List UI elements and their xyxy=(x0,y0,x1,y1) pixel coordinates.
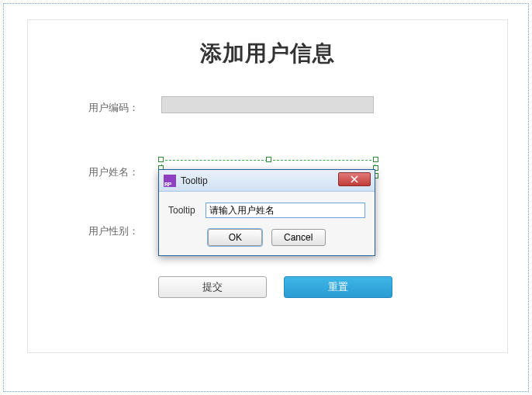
dialog-field-row: Tooltip xyxy=(168,203,365,218)
resize-handle-tl[interactable] xyxy=(158,157,164,162)
close-icon xyxy=(351,175,358,183)
submit-button[interactable]: 提交 xyxy=(158,276,267,298)
dialog-titlebar[interactable]: Tooltip xyxy=(159,170,375,192)
page-title: 添加用户信息 xyxy=(28,39,507,68)
resize-handle-tc[interactable] xyxy=(266,157,271,162)
resize-handle-tr[interactable] xyxy=(373,157,378,162)
dialog-button-row: OK Cancel xyxy=(168,229,365,246)
tooltip-text-input[interactable] xyxy=(206,203,365,218)
axure-rp-icon xyxy=(164,175,176,187)
user-code-input[interactable] xyxy=(161,96,374,113)
cancel-button[interactable]: Cancel xyxy=(271,229,326,246)
dialog-body: Tooltip OK Cancel xyxy=(159,192,375,255)
dialog-close-button[interactable] xyxy=(338,172,371,186)
label-user-name: 用户姓名： xyxy=(88,165,139,179)
ok-button-label: OK xyxy=(229,232,242,243)
dialog-field-label: Tooltip xyxy=(168,205,206,216)
reset-button[interactable]: 重置 xyxy=(284,276,392,298)
label-user-gender: 用户性别： xyxy=(88,224,139,238)
submit-button-label: 提交 xyxy=(202,281,223,293)
ok-button[interactable]: OK xyxy=(208,229,262,246)
reset-button-label: 重置 xyxy=(328,281,348,293)
label-user-code: 用户编码： xyxy=(88,101,139,115)
dialog-title: Tooltip xyxy=(181,175,208,186)
tooltip-dialog: Tooltip Tooltip OK Cancel xyxy=(158,169,375,256)
cancel-button-label: Cancel xyxy=(284,232,313,243)
